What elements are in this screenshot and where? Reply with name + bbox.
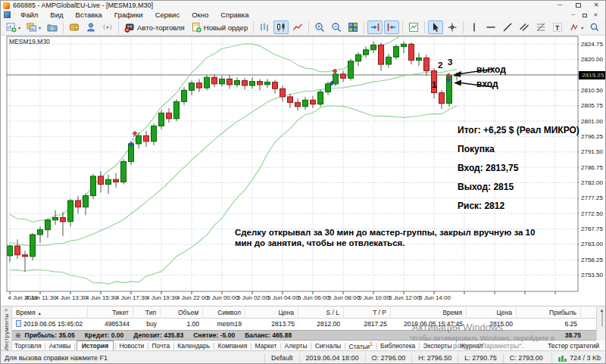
trendline-icon: [502, 22, 513, 33]
toolbox-tab-assets[interactable]: Активы: [47, 342, 73, 350]
fibo-button[interactable]: [533, 20, 548, 34]
bars-button[interactable]: [257, 20, 272, 34]
hline-button[interactable]: [483, 20, 498, 34]
new-chart-icon: [6, 22, 17, 33]
user-button[interactable]: [83, 20, 98, 34]
table-scrollbar[interactable]: ▲: [596, 306, 606, 341]
trendline-button[interactable]: [500, 20, 515, 34]
summary-plus-icon: ⊕: [15, 331, 21, 339]
column-header-1[interactable]: Тикет: [88, 306, 133, 319]
accounts-icon: $: [47, 22, 58, 33]
mdi-close-button[interactable]: ✕: [590, 10, 601, 20]
menu-item-window[interactable]: Окно: [186, 11, 214, 19]
history-table-row[interactable]: 2019.06.05 15:45:024985344buy1.00mesm192…: [12, 319, 596, 330]
column-header-0[interactable]: Время▲: [12, 306, 88, 319]
column-header-10[interactable]: Прибыль: [517, 306, 581, 319]
menu-item-file[interactable]: Файл: [14, 11, 44, 19]
scroll-thumb[interactable]: [601, 312, 603, 326]
line-chart-button[interactable]: [290, 20, 305, 34]
chart-area[interactable]: MESM19,M30 2815.25 2824.752820.002815.25…: [1, 36, 606, 306]
tab-separator: |: [376, 342, 377, 350]
toolbox-tab-alerts[interactable]: Алерты: [283, 342, 310, 350]
profiles-button[interactable]: ▾: [24, 20, 43, 34]
column-header-2[interactable]: Тип: [133, 306, 161, 319]
find-icon: [589, 22, 600, 33]
toolbox-tab-mail[interactable]: Почта: [150, 342, 173, 350]
menu-item-view[interactable]: Вид: [44, 11, 69, 19]
tab-separator: |: [73, 342, 75, 350]
status-profile[interactable]: Default: [264, 353, 299, 363]
close-button[interactable]: ✕: [587, 1, 605, 10]
svg-text:T: T: [555, 24, 560, 32]
toolbox-close-icon[interactable]: ✕: [4, 307, 8, 313]
toolbox-vertical-tab-label: Инструменты: [3, 313, 10, 351]
cursor-button[interactable]: [428, 20, 443, 34]
autoscroll-button[interactable]: [367, 20, 383, 34]
toolbox-tab-market[interactable]: Маркет: [253, 342, 280, 350]
chevron-down-icon[interactable]: ▾: [18, 25, 20, 30]
new-order-button[interactable]: Новый ордер: [189, 20, 250, 34]
maximize-button[interactable]: [569, 1, 587, 10]
column-header-3[interactable]: Объем: [161, 306, 203, 319]
menu-item-insert[interactable]: Вставка: [70, 11, 108, 19]
zoom-in-button[interactable]: [312, 20, 327, 34]
status-bar: Для вызова справки нажмите F1Default2019…: [1, 350, 606, 364]
tab-separator: |: [45, 342, 46, 350]
tab-separator: |: [213, 342, 214, 350]
toolbox-vertical-tab[interactable]: ✕ Инструменты: [1, 306, 12, 351]
menu-item-help[interactable]: Справка: [214, 11, 255, 19]
toolbox-tab-journal[interactable]: Журнал: [458, 342, 486, 350]
broadcast-button[interactable]: [100, 20, 115, 34]
annotation-number-2: 2: [438, 61, 442, 70]
chevron-down-icon[interactable]: ▾: [581, 25, 583, 30]
column-header-8[interactable]: Время: [391, 306, 467, 319]
toolbox-tab-history[interactable]: История: [77, 341, 114, 351]
vline-button[interactable]: [467, 20, 482, 34]
channel-button[interactable]: [517, 20, 532, 34]
account-summary-row: ⊕ Прибыль: 35.05Кредит: 0.00Депозит: 435…: [12, 330, 596, 341]
minimize-button[interactable]: ─: [551, 1, 569, 10]
autotrading-button[interactable]: Авто-торговля: [122, 20, 187, 34]
strategy-tester-label[interactable]: Тестер стратегий: [548, 342, 599, 350]
price-axis[interactable]: 2815.25 2824.752820.002815.252810.502805…: [579, 36, 606, 291]
toolbox-tab-signals[interactable]: Сигналы: [313, 342, 343, 350]
status-segment-1: 2019.06.04 18:00: [299, 353, 365, 363]
toolbox-tab-experts[interactable]: Эксперты: [421, 342, 454, 350]
shapes-button[interactable]: ▾: [567, 20, 586, 34]
toolbox-tab-library[interactable]: Библиотека: [378, 342, 417, 350]
toolbox-tab-trade[interactable]: Торговля: [12, 342, 44, 350]
new-order-icon: [191, 22, 201, 33]
toolbox-tab-calendar[interactable]: Календарь: [175, 342, 212, 350]
new-chart-button[interactable]: ▾: [4, 20, 23, 34]
tile-button[interactable]: [345, 20, 361, 34]
chevron-down-icon[interactable]: ▾: [39, 25, 41, 30]
indicators-button[interactable]: [406, 20, 421, 34]
hline-icon: [486, 22, 496, 33]
column-header-6[interactable]: S / L: [298, 306, 344, 319]
toolbox-tab-news[interactable]: Новости: [117, 342, 146, 350]
profiles-icon: [27, 22, 37, 33]
chart-system-icon[interactable]: [4, 11, 11, 18]
toolbox-tab-articles[interactable]: Статьи1: [346, 341, 374, 350]
crosshair-button[interactable]: [445, 20, 460, 34]
column-header-9[interactable]: Цена: [467, 306, 517, 319]
text-button[interactable]: T: [550, 20, 565, 34]
column-header-5[interactable]: Цена: [245, 306, 298, 319]
toolbox-tab-company[interactable]: Компания: [215, 342, 249, 350]
summary-item-4: Баланс: 465.88: [245, 331, 292, 339]
zoom-out-button[interactable]: [329, 20, 344, 34]
wallet-button[interactable]: [67, 20, 82, 34]
menu-item-charts[interactable]: Графики: [108, 11, 149, 19]
mdi-restore-button[interactable]: [579, 10, 590, 20]
cell-5: 2813.75: [245, 319, 298, 330]
accounts-button[interactable]: $: [45, 20, 60, 34]
column-header-7[interactable]: T / P: [344, 306, 391, 319]
candles-button[interactable]: [273, 20, 289, 34]
menu-item-service[interactable]: Сервис: [149, 11, 186, 19]
find-button[interactable]: [587, 20, 602, 34]
column-header-4[interactable]: Символ: [203, 306, 245, 319]
status-help-text: Для вызова справки нажмите F1: [1, 354, 264, 362]
mdi-minimize-button[interactable]: ─: [567, 10, 579, 20]
summary-item-1: Кредит: 0.00: [85, 331, 124, 339]
shift-button[interactable]: [384, 20, 399, 34]
